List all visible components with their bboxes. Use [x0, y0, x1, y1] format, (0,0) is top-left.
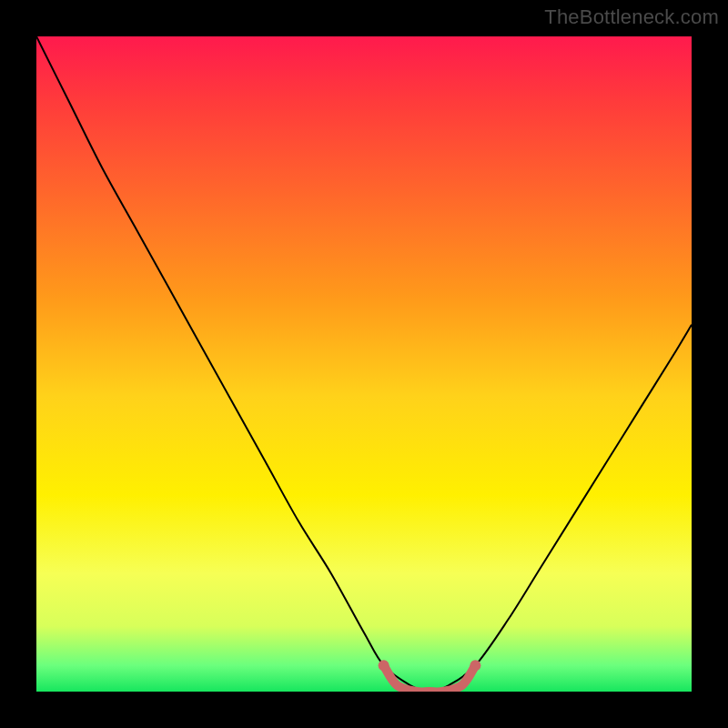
optimal-zone-curve	[384, 665, 476, 692]
chart-svg	[36, 36, 692, 692]
watermark-text: TheBottleneck.com	[544, 5, 719, 29]
optimal-zone-end-dot	[470, 660, 480, 671]
bottleneck-curve	[36, 36, 692, 692]
optimal-zone-start-dot	[379, 660, 389, 671]
chart-frame: TheBottleneck.com	[0, 0, 728, 728]
plot-area	[36, 36, 692, 692]
